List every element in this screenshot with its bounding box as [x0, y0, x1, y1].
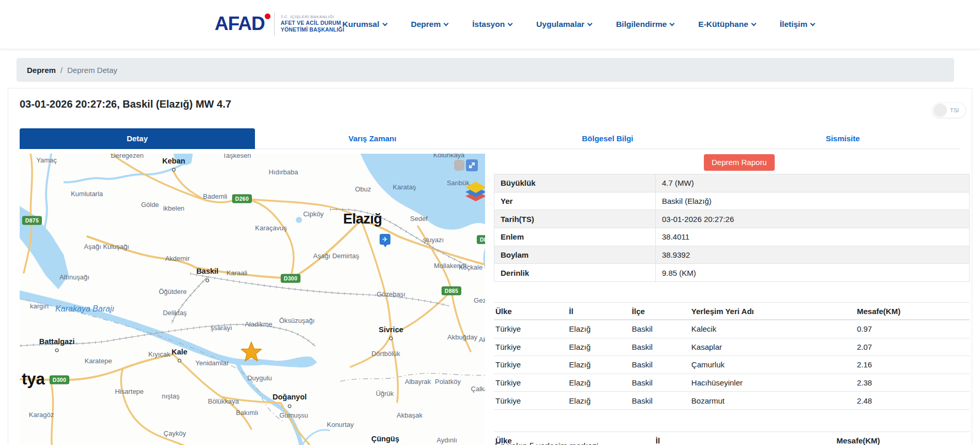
detail-row-tarih-ts: Tarih(TS)03-01-2026 20:27:26: [494, 210, 969, 228]
town-marker-icon: [172, 168, 176, 172]
nav-item-i-stasyon[interactable]: İstasyon: [472, 20, 512, 29]
table-cell: Türkiye: [494, 343, 569, 351]
logo-red-dot-icon: [265, 13, 270, 19]
ministry-line3: YÖNETİMİ BAŞKANLIĞI: [281, 26, 344, 33]
breadcrumb-current: Deprem Detay: [67, 66, 117, 75]
tsi-toggle-label: TSI: [950, 107, 959, 113]
table-cell: Elazığ: [569, 343, 631, 351]
tsi-toggle[interactable]: TSI: [932, 102, 966, 118]
detail-label: Tarih(TS): [494, 210, 656, 228]
table-cell: Baskil: [632, 343, 691, 351]
detail-value: Baskil (Elazığ): [656, 197, 712, 205]
chevron-down-icon: [444, 21, 449, 26]
table-cell: Baskil: [632, 378, 691, 387]
table-cell: Elazığ: [569, 324, 631, 333]
table-header-row: ÜlkeİlİlçeYerleşim Yeri AdıMesafe(KM): [494, 302, 970, 320]
tsi-toggle-knob: [933, 103, 947, 117]
table-cell: Elazığ: [569, 396, 631, 405]
table-cell: Türkiye: [494, 378, 569, 387]
chevron-down-icon: [382, 21, 387, 26]
earthquake-map[interactable]: ✈ YamaçDeregezenTaşkesenKolunkayaHıdırba…: [20, 154, 485, 445]
table-cell: Kalecik: [691, 324, 857, 333]
detail-label: Enlem: [494, 228, 656, 246]
town-marker-icon: [55, 349, 59, 352]
map-layers-icon[interactable]: [462, 179, 485, 203]
earthquake-report-button[interactable]: Deprem Raporu: [704, 154, 775, 171]
detail-row-enlem: Enlem38.4011: [494, 228, 969, 246]
town-marker-icon: [178, 359, 182, 363]
breadcrumb-root[interactable]: Deprem: [27, 66, 56, 75]
table-cell: Türkiye: [494, 324, 569, 333]
column-header-mesafe-km: Mesafe(KM): [836, 436, 970, 445]
detail-panel: Deprem Raporu Büyüklük4.7 (MW)YerBaskil …: [494, 154, 970, 445]
afad-earthquake-detail-page: AFAD T.C. İÇİŞLERİ BAKANLIĞI AFET VE ACİ…: [0, 0, 980, 445]
nav-item-bilgilendirme[interactable]: Bilgilendirme: [616, 20, 674, 29]
nav-item-kurumsal[interactable]: Kurumsal: [342, 20, 387, 29]
epicenter-star-icon: [240, 342, 262, 362]
table-cell: Baskil: [632, 324, 691, 333]
detail-label: Yer: [494, 192, 656, 210]
earthquake-details-table: Büyüklük4.7 (MW)YerBaskil (Elazığ)Tarih(…: [494, 174, 970, 282]
table-row: TürkiyeElazığBaskilÇamurluk2.16: [494, 356, 970, 374]
detail-value: 4.7 (MW): [656, 179, 694, 187]
map-button-secondary[interactable]: [454, 160, 464, 171]
map-expand-button[interactable]: [466, 159, 478, 171]
detail-row-boylam: Boylam38.9392: [494, 246, 969, 264]
column-header-lke: Ülke: [494, 436, 656, 445]
airport-icon: ✈: [380, 234, 390, 245]
breadcrumb-separator: /: [61, 66, 63, 75]
column-header-i-l: İl: [569, 307, 631, 316]
column-header-i-l-e: İlçe: [632, 307, 691, 316]
map-base-layers: [20, 154, 485, 445]
table-cell: Elazığ: [569, 378, 631, 387]
table-cell: Türkiye: [494, 396, 569, 405]
road-badge-d300: D300: [281, 274, 300, 283]
table-row: TürkiyeElazığBaskilKasaplar2.07: [494, 338, 970, 357]
town-marker-icon: [206, 279, 209, 283]
tab-sismisite[interactable]: Sismisite: [725, 128, 960, 149]
table-row: TürkiyeElazığBaskilKalecik0.97: [494, 320, 970, 338]
table-cell: Elazığ: [569, 360, 631, 369]
ministry-line2: AFET VE ACİL DURUM: [281, 20, 344, 26]
tab-b-lgesel-bilgi[interactable]: Bölgesel Bilgi: [490, 128, 726, 149]
road-badge-d260: D260: [232, 195, 252, 203]
detail-row-derinlik: Derinlik9.85 (KM): [494, 264, 969, 282]
table-row: TürkiyeElazığBaskilBozarmut2.48: [494, 392, 970, 410]
nav-item-deprem[interactable]: Deprem: [411, 20, 448, 29]
tab-var-zaman[interactable]: Varış Zamanı: [255, 128, 490, 149]
table-cell: Kasaplar: [691, 343, 857, 351]
nav-item-i-leti-im[interactable]: İletişim: [780, 20, 815, 29]
chevron-down-icon: [508, 21, 513, 26]
breadcrumb: Deprem / Deprem Detay: [17, 58, 954, 82]
nearest-settlements-table: ÜlkeİlİlçeYerleşim Yeri AdıMesafe(KM)Tür…: [494, 302, 970, 410]
detail-value: 38.9392: [656, 250, 690, 259]
chevron-down-icon: [810, 21, 816, 26]
table-cell: Çamurluk: [691, 360, 857, 369]
table-cell: 2.38: [857, 378, 970, 387]
tab-detay[interactable]: Detay: [20, 128, 255, 149]
detail-value: 9.85 (KM): [656, 269, 696, 277]
detail-value: 38.4011: [656, 232, 689, 241]
road-badge-d875: D875: [22, 216, 42, 225]
table-cell: 2.07: [857, 343, 970, 351]
table-row: TürkiyeElazığBaskilHacıhüseyinler2.38: [494, 374, 970, 392]
road-badge-d885: D885: [442, 287, 461, 295]
table-cell: Baskil: [632, 396, 691, 405]
nav-item-e-k-t-phane[interactable]: E-Kütüphane: [698, 20, 755, 29]
tab-bar: DetayVarış ZamanıBölgesel BilgiSismisite: [20, 128, 960, 149]
column-header-i-l: İl: [656, 436, 837, 445]
town-marker-icon: [288, 405, 292, 408]
town-marker-icon: [389, 337, 393, 340]
table-cell: 0.97: [857, 324, 970, 333]
detail-value: 03-01-2026 20:27:26: [656, 215, 734, 224]
table-cell: Hacıhüseyinler: [691, 378, 857, 387]
table-cell: 2.16: [857, 360, 970, 369]
ministry-line1: T.C. İÇİŞLERİ BAKANLIĞI: [281, 14, 344, 20]
table-cell: 2.48: [857, 396, 970, 405]
detail-label: Derinlik: [494, 264, 656, 281]
nav-item-uygulamalar[interactable]: Uygulamalar: [536, 20, 592, 29]
logo-divider: [274, 12, 275, 36]
chevron-down-icon: [587, 21, 593, 26]
afad-logo[interactable]: AFAD T.C. İÇİŞLERİ BAKANLIĞI AFET VE ACİ…: [215, 7, 344, 40]
detail-label: Boylam: [494, 246, 656, 264]
